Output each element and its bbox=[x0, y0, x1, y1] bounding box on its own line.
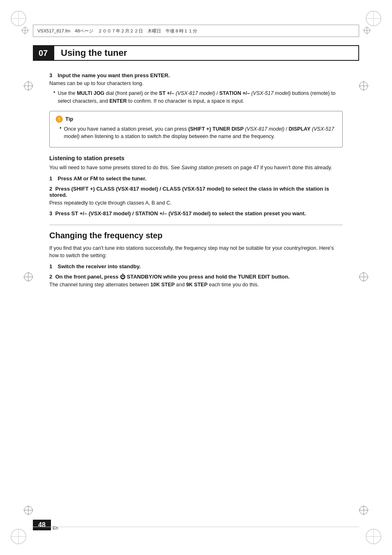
bottom-rule bbox=[33, 527, 359, 527]
chapter-number: 07 bbox=[33, 45, 53, 61]
listening-step2-body: Press repeatedly to cycle through classe… bbox=[49, 199, 343, 207]
listening-desc: You will need to have some presets store… bbox=[49, 164, 343, 172]
corner-top-left bbox=[8, 8, 29, 29]
bullet-item-1: • Use the MULTI JOG dial (front panel) o… bbox=[49, 90, 343, 105]
bullet-dot: • bbox=[53, 90, 55, 105]
chapter-header: 07 Using the tuner bbox=[33, 45, 359, 61]
corner-top-right bbox=[363, 8, 384, 29]
file-info-text: VSX517_817.fm 48ページ ２００７年２月２２日 木曜日 午後８時１… bbox=[37, 28, 197, 34]
page: VSX517_817.fm 48ページ ２００７年２月２２日 木曜日 午後８時１… bbox=[0, 0, 392, 555]
reg-mark-left-top bbox=[23, 80, 34, 92]
listening-step3: 3 Press ST +/– (VSX-817 model) / STATION… bbox=[49, 210, 343, 216]
tip-bullet-dot: • bbox=[60, 125, 61, 141]
step3-header: 3 Input the name you want then press ENT… bbox=[49, 72, 343, 79]
listening-section: Listening to station presets You will ne… bbox=[49, 155, 343, 216]
reg-mark-right-top bbox=[358, 80, 369, 92]
step3-desc: Names can be up to four characters long. bbox=[49, 81, 343, 86]
crosshair-right bbox=[363, 26, 371, 35]
tip-bullet: • Once you have named a station preset, … bbox=[55, 125, 337, 141]
page-lang: En bbox=[53, 525, 58, 530]
step3-section: 3 Input the name you want then press ENT… bbox=[49, 72, 343, 105]
freq-step2-body: The channel tuning step alternates betwe… bbox=[49, 281, 343, 289]
reg-mark-right-bot bbox=[358, 504, 369, 516]
reg-mark-right-mid bbox=[358, 271, 369, 283]
page-number: 48 bbox=[33, 520, 51, 530]
bullet-text-1: Use the MULTI JOG dial (front panel) or … bbox=[58, 90, 343, 105]
freq-step-desc: If you find that you can't tune into sta… bbox=[49, 244, 343, 260]
main-content: 3 Input the name you want then press ENT… bbox=[49, 72, 343, 291]
tip-box: ! Tip • Once you have named a station pr… bbox=[49, 111, 343, 148]
freq-step1: 1 Switch the receiver into standby. bbox=[49, 263, 343, 270]
reg-mark-left-bot bbox=[23, 504, 34, 516]
crosshair-left bbox=[21, 26, 29, 35]
tip-label: Tip bbox=[65, 116, 73, 122]
freq-step-section: Changing the frequency step If you find … bbox=[49, 231, 343, 289]
page-footer: 48 En bbox=[33, 520, 58, 530]
listening-step1: 1 Press AM or FM to select the tuner. bbox=[49, 175, 343, 182]
section-divider bbox=[49, 225, 343, 225]
tip-content: Once you have named a station preset, yo… bbox=[64, 125, 337, 141]
reg-mark-left-mid bbox=[23, 271, 34, 283]
chapter-title-area: Using the tuner bbox=[53, 45, 359, 61]
listening-step2-header: 2 Press (SHIFT +) CLASS (VSX-817 model) … bbox=[49, 186, 343, 198]
corner-bottom-right bbox=[363, 526, 384, 547]
listening-heading: Listening to station presets bbox=[49, 155, 343, 161]
tip-header: ! Tip bbox=[55, 115, 337, 123]
freq-step2-header: 2 On the front panel, press ⏻ STANDBY/ON… bbox=[49, 274, 343, 280]
chapter-title: Using the tuner bbox=[61, 48, 127, 58]
svg-text:!: ! bbox=[58, 117, 60, 122]
corner-bottom-left bbox=[8, 526, 29, 547]
tip-icon: ! bbox=[55, 115, 63, 123]
file-info-bar: VSX517_817.fm 48ページ ２００７年２月２２日 木曜日 午後８時１… bbox=[33, 25, 359, 37]
freq-step-heading: Changing the frequency step bbox=[49, 231, 343, 240]
